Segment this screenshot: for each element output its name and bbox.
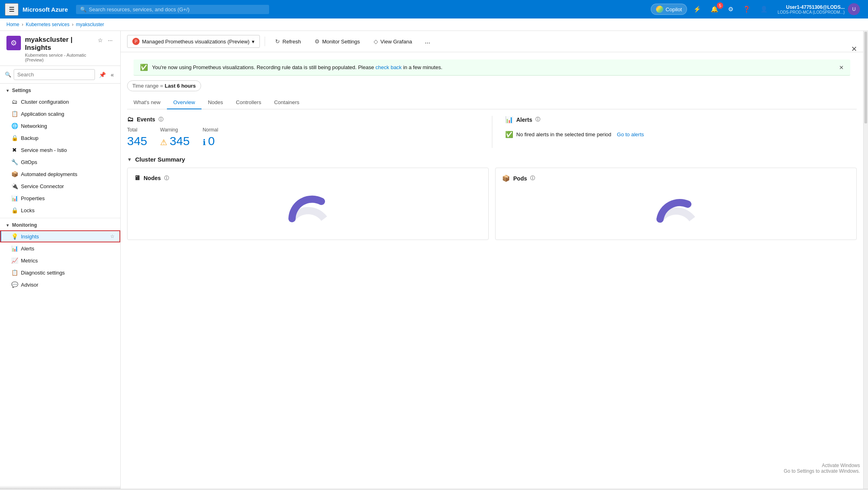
- events-warning-label: Warning: [160, 127, 190, 133]
- settings-chevron: ▼: [6, 88, 10, 93]
- sidebar-item-backup[interactable]: 🔒 Backup: [0, 132, 120, 144]
- warning-icon: ⚠: [160, 138, 170, 147]
- help-button[interactable]: ❓: [740, 4, 754, 14]
- events-info-icon[interactable]: ⓘ: [158, 116, 163, 123]
- more-options-button[interactable]: ···: [107, 36, 114, 45]
- nodes-card-header: 🖥 Nodes ⓘ: [134, 174, 482, 182]
- banner-text: You're now using Prometheus visualizatio…: [152, 64, 835, 70]
- nodes-donut-chart: [284, 191, 332, 223]
- sidebar-item-diagnostic-settings[interactable]: 📋 Diagnostic settings: [0, 267, 120, 279]
- nodes-info-icon[interactable]: ⓘ: [164, 175, 169, 182]
- sidebar-item-automated-deployments[interactable]: 📦 Automated deployments: [0, 168, 120, 180]
- sidebar-item-label: Diagnostic settings: [21, 270, 115, 276]
- page-title: myakscluster | Insights: [25, 36, 93, 52]
- right-scrollbar[interactable]: [863, 31, 868, 489]
- sidebar-item-cluster-configuration[interactable]: 🗂 Cluster configuration: [0, 96, 120, 108]
- cloud-shell-wrap: ⚡: [690, 4, 704, 14]
- metrics-row: 🗂 Events ⓘ Total 345 Warning ⚠ 345: [127, 116, 857, 148]
- cluster-summary-header[interactable]: ▼ Cluster Summary: [127, 156, 857, 163]
- monitoring-section-label: Monitoring: [12, 222, 37, 228]
- user-menu[interactable]: User1-47751306@LODS... LODS-PROD-MCA (LO…: [774, 2, 863, 17]
- prometheus-dropdown-button[interactable]: P Managed Prometheus visualizations (Pre…: [127, 35, 260, 48]
- sidebar-item-service-mesh-istio[interactable]: ✖ Service mesh - Istio: [0, 144, 120, 156]
- sidebar-item-gitops[interactable]: 🔧 GitOps: [0, 156, 120, 168]
- pods-info-icon[interactable]: ⓘ: [530, 175, 535, 182]
- sidebar-item-label: Networking: [21, 123, 115, 129]
- metrics-icon: 📈: [11, 257, 18, 264]
- events-header: 🗂 Events ⓘ: [127, 116, 479, 123]
- insights-star[interactable]: ☆: [110, 234, 115, 239]
- more-toolbar-button[interactable]: ...: [420, 35, 434, 48]
- topbar-actions: Copilot ⚡ 🔔 5 ⚙ ❓ 👤 User1-47751306@LODS.…: [651, 2, 863, 17]
- pin-button[interactable]: 📌: [97, 70, 107, 80]
- sidebar-item-advisor[interactable]: 💬 Advisor: [0, 279, 120, 291]
- sidebar-item-label: Locks: [21, 207, 115, 213]
- tab-controllers[interactable]: Controllers: [230, 96, 268, 109]
- sidebar-item-label: Properties: [21, 195, 115, 201]
- sidebar-item-service-connector[interactable]: 🔌 Service Connector: [0, 180, 120, 192]
- time-range-key: Time range =: [132, 83, 163, 89]
- settings-section-header[interactable]: ▼ Settings: [0, 85, 120, 96]
- alerts-icon: 📊: [505, 116, 513, 123]
- tab-nodes[interactable]: Nodes: [202, 96, 230, 109]
- cloud-shell-button[interactable]: ⚡: [690, 4, 704, 14]
- time-range-button[interactable]: Time range = Last 6 hours: [127, 80, 201, 91]
- tab-whats-new[interactable]: What's new: [127, 96, 167, 109]
- alerts-section: 📊 Alerts ⓘ ✅ No fired alerts in the sele…: [505, 116, 857, 148]
- alerts-content: ✅ No fired alerts in the selected time p…: [505, 127, 857, 141]
- monitor-settings-label: Monitor Settings: [322, 39, 360, 45]
- settings-button[interactable]: ⚙: [725, 4, 736, 14]
- feedback-button[interactable]: 👤: [757, 4, 771, 14]
- sidebar-item-application-scaling[interactable]: 📋 Application scaling: [0, 108, 120, 120]
- sidebar-item-insights[interactable]: 💡 Insights ☆: [0, 230, 120, 242]
- alerts-nav-icon: 📊: [11, 245, 18, 252]
- view-grafana-button[interactable]: ◇ View Grafana: [368, 35, 418, 47]
- sidebar-item-label: Service mesh - Istio: [21, 147, 115, 153]
- topbar: ☰ Microsoft Azure 🔍 Copilot ⚡ 🔔 5 ⚙ ❓ 👤 …: [0, 0, 868, 18]
- sidebar-item-locks[interactable]: 🔒 Locks: [0, 204, 120, 216]
- info-banner: ✅ You're now using Prometheus visualizat…: [134, 59, 850, 76]
- sidebar-item-label: Cluster configuration: [21, 99, 115, 105]
- refresh-button[interactable]: ↻ Refresh: [270, 35, 306, 47]
- sidebar-item-label: Alerts: [21, 246, 115, 252]
- breadcrumb-kubernetes-services[interactable]: Kubernetes services: [26, 22, 70, 27]
- notifications-wrap: 🔔 5: [708, 4, 722, 14]
- tab-containers[interactable]: Containers: [267, 96, 306, 109]
- resource-icon: ⚙: [6, 36, 21, 50]
- monitoring-section-header[interactable]: ▼ Monitoring: [0, 220, 120, 230]
- pods-card-header: 📦 Pods ⓘ: [502, 174, 850, 182]
- banner-close-button[interactable]: ✕: [839, 64, 844, 71]
- diagnostic-settings-icon: 📋: [11, 269, 18, 276]
- events-normal-value: ℹ 0: [203, 134, 218, 148]
- alerts-header: 📊 Alerts ⓘ: [505, 116, 857, 123]
- banner-link[interactable]: check back: [376, 64, 402, 70]
- info-prefix-icon: ℹ: [203, 138, 208, 147]
- sidebar-item-label: Automated deployments: [21, 171, 115, 177]
- copilot-button[interactable]: Copilot: [651, 4, 687, 15]
- breadcrumb-home[interactable]: Home: [6, 22, 19, 27]
- refresh-label: Refresh: [282, 39, 301, 45]
- sidebar-item-metrics[interactable]: 📈 Metrics: [0, 254, 120, 267]
- alerts-title: Alerts: [516, 117, 533, 123]
- events-total-block: Total 345: [127, 127, 147, 148]
- go-to-alerts-link[interactable]: Go to alerts: [617, 131, 644, 137]
- locks-icon: 🔒: [11, 207, 18, 213]
- alerts-info-icon[interactable]: ⓘ: [535, 116, 540, 123]
- sidebar-item-networking[interactable]: 🌐 Networking: [0, 120, 120, 132]
- hamburger-menu[interactable]: ☰: [5, 3, 19, 16]
- main-container: ⚙ myakscluster | Insights Kubernetes ser…: [0, 31, 868, 489]
- sidebar: ⚙ myakscluster | Insights Kubernetes ser…: [0, 31, 121, 489]
- events-total-label: Total: [127, 127, 147, 133]
- sidebar-search-input[interactable]: [14, 69, 95, 80]
- sidebar-item-alerts[interactable]: 📊 Alerts: [0, 242, 120, 254]
- global-search-input[interactable]: [89, 6, 265, 12]
- cluster-summary-chevron-icon: ▼: [127, 157, 132, 162]
- monitor-settings-button[interactable]: ⚙ Monitor Settings: [309, 35, 365, 47]
- backup-icon: 🔒: [11, 135, 18, 141]
- pods-donut-container: [502, 187, 850, 227]
- close-panel-button[interactable]: ✕: [850, 43, 858, 55]
- collapse-nav-button[interactable]: «: [109, 70, 115, 80]
- sidebar-item-properties[interactable]: 📊 Properties: [0, 192, 120, 204]
- tab-overview[interactable]: Overview: [167, 96, 202, 109]
- favorite-button[interactable]: ☆: [97, 36, 104, 45]
